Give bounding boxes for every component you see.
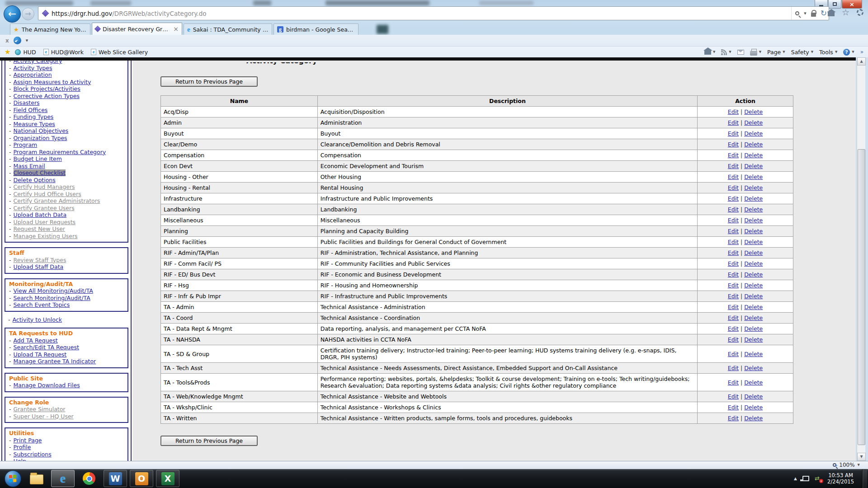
tab-close-icon[interactable]: × xyxy=(173,26,179,32)
sidebar-link[interactable]: Activity Types xyxy=(14,65,52,71)
edit-link[interactable]: Edit xyxy=(728,239,739,245)
edit-link[interactable]: Edit xyxy=(728,351,739,357)
delete-link[interactable]: Delete xyxy=(744,379,763,386)
edit-link[interactable]: Edit xyxy=(728,119,739,126)
more-commands-chevron[interactable]: » xyxy=(860,49,863,55)
sidebar-item-upload-batch-data[interactable]: -Upload Batch Data xyxy=(9,211,126,219)
edit-link[interactable]: Edit xyxy=(728,325,739,332)
edit-link[interactable]: Edit xyxy=(728,293,739,300)
outlook-taskbar-button[interactable]: O xyxy=(130,470,153,487)
sidebar-item-certify-hud-managers[interactable]: -Certify Hud Managers xyxy=(9,183,126,191)
delete-link[interactable]: Delete xyxy=(744,304,763,310)
return-to-previous-page-button-bottom[interactable]: Return to Previous Page xyxy=(160,436,258,446)
sidebar-item-measure-types[interactable]: -Measure Types xyxy=(9,121,126,128)
sidebar-item-certify-grantee-administrators[interactable]: -Certify Grantee Administrators xyxy=(9,197,126,205)
sidebar-link[interactable]: Funding Types xyxy=(14,113,54,120)
sidebar-link[interactable]: Activity Category xyxy=(14,61,62,64)
sidebar-item-super-user-hq-user[interactable]: -Super User - HQ User xyxy=(9,413,126,420)
hidden-icons-chevron[interactable]: ▲ xyxy=(794,476,797,481)
sidebar-link[interactable]: Mass Email xyxy=(14,163,45,169)
sidebar-link[interactable]: Help xyxy=(14,458,27,461)
sidebar-item-appropriation[interactable]: -Appropriation xyxy=(9,71,126,79)
sidebar-item-mass-email[interactable]: -Mass Email xyxy=(9,163,126,170)
tab-the-amazing-new-york-scave[interactable]: ★The Amazing New York Scave... xyxy=(10,23,90,35)
search-dropdown-icon[interactable]: ▼ xyxy=(804,12,806,15)
sidebar-item-block-projects-activities[interactable]: -Block Projects/Activities xyxy=(9,85,126,93)
delete-link[interactable]: Delete xyxy=(744,393,763,400)
home-menu[interactable]: ▼ xyxy=(704,50,715,55)
delete-link[interactable]: Delete xyxy=(744,141,763,148)
sidebar-item-manage-grantee-ta-indicator[interactable]: -Manage Grantee TA Indicator xyxy=(9,358,126,365)
sidebar-link[interactable]: Manage Grantee TA Indicator xyxy=(14,358,96,365)
sidebar-item-organization-types[interactable]: -Organization Types xyxy=(9,135,126,142)
favorites-item-hud-work[interactable]: eHUD@Work xyxy=(43,49,84,56)
sidebar-item-certify-hud-office-users[interactable]: -Certify Hud Office Users xyxy=(9,191,126,198)
sidebar-item-upload-ta-request[interactable]: -Upload TA Request xyxy=(9,351,126,358)
edit-link[interactable]: Edit xyxy=(728,365,739,371)
delete-link[interactable]: Delete xyxy=(744,325,763,332)
sidebar-item-delete-options[interactable]: -Delete Options xyxy=(9,177,126,184)
sidebar-item-view-all-monitoring-audit-ta[interactable]: -View All Monitoring/Audit/TA xyxy=(9,287,126,295)
sidebar-link[interactable]: Field Offices xyxy=(14,107,48,113)
edit-link[interactable]: Edit xyxy=(728,415,739,422)
scrollbar-thumb[interactable] xyxy=(858,149,865,445)
edit-link[interactable]: Edit xyxy=(728,130,739,137)
sidebar-item-disasters[interactable]: -Disasters xyxy=(9,99,126,107)
sidebar-item-grantee-simulator[interactable]: -Grantee Simulator xyxy=(9,406,126,413)
sidebar-link[interactable]: Search Monitoring/Audit/TA xyxy=(14,295,90,301)
sidebar-link[interactable]: Appropriation xyxy=(14,71,52,78)
delete-link[interactable]: Delete xyxy=(744,404,763,411)
taskbar-clock[interactable]: 10:53 AM 2/24/2015 xyxy=(827,472,857,485)
sidebar-item-budget-line-item[interactable]: -Budget Line Item xyxy=(9,155,126,163)
sidebar-link[interactable]: Upload Staff Data xyxy=(14,263,64,270)
sidebar-link[interactable]: Activity to Unlock xyxy=(13,316,62,323)
delete-link[interactable]: Delete xyxy=(744,271,763,278)
sidebar-link[interactable]: Organization Types xyxy=(14,135,67,141)
delete-link[interactable]: Delete xyxy=(744,249,763,256)
sidebar-link[interactable]: Add TA Request xyxy=(14,337,58,344)
sidebar-link[interactable]: Profile xyxy=(14,444,31,450)
delete-link[interactable]: Delete xyxy=(744,174,763,180)
settings-gear-icon[interactable] xyxy=(857,9,863,16)
sidebar-link[interactable]: Assign Measures to Activity xyxy=(14,79,91,85)
delete-link[interactable]: Delete xyxy=(744,239,763,245)
delete-link[interactable]: Delete xyxy=(744,314,763,321)
refresh-icon[interactable]: ↻ xyxy=(821,9,827,17)
addon-dropdown-icon[interactable]: ▼ xyxy=(26,39,28,42)
read-mail-icon[interactable] xyxy=(737,50,744,55)
windows-explorer-taskbar-button[interactable] xyxy=(25,470,48,487)
sidebar-link[interactable]: Certify Hud Managers xyxy=(14,183,75,190)
zoom-dropdown-icon[interactable]: ▼ xyxy=(858,463,860,467)
delete-link[interactable]: Delete xyxy=(744,260,763,267)
delete-link[interactable]: Delete xyxy=(744,152,763,159)
sidebar-link[interactable]: Block Projects/Activities xyxy=(14,85,80,92)
sidebar-item-search-monitoring-audit-ta[interactable]: -Search Monitoring/Audit/TA xyxy=(9,295,126,302)
tab-sakai-tda-community-com[interactable]: eSakai : TDA_Community Com... xyxy=(184,23,272,35)
forward-button[interactable]: → xyxy=(22,8,34,20)
sidebar-item-activity-category[interactable]: -Activity Category xyxy=(9,61,126,65)
sidebar-link[interactable]: Upload TA Request xyxy=(14,351,67,358)
sidebar-item-search-edit-ta-request[interactable]: -Search/Edit TA Request xyxy=(9,344,126,351)
sidebar-link[interactable]: Print Page xyxy=(14,437,42,444)
edit-link[interactable]: Edit xyxy=(728,314,739,321)
sidebar-item-search-event-topics[interactable]: -Search Event Topics xyxy=(9,301,126,309)
sidebar-item-print-page[interactable]: -Print Page xyxy=(9,437,126,444)
sidebar-item-request-new-user[interactable]: -Request New User xyxy=(9,225,126,233)
print-menu[interactable]: ▼ xyxy=(750,49,761,56)
delete-link[interactable]: Delete xyxy=(744,415,763,422)
sidebar-item-program[interactable]: -Program xyxy=(9,141,126,149)
return-to-previous-page-button-top[interactable]: Return to Previous Page xyxy=(160,76,258,87)
excel-taskbar-button[interactable]: X xyxy=(156,470,179,487)
sidebar-link[interactable]: Super User - HQ User xyxy=(14,413,74,420)
sidebar-link[interactable]: Manage Download Files xyxy=(14,382,80,389)
home-icon[interactable] xyxy=(828,12,835,16)
delete-link[interactable]: Delete xyxy=(744,130,763,137)
sidebar-link[interactable]: Upload Batch Data xyxy=(14,211,67,218)
edit-link[interactable]: Edit xyxy=(728,271,739,278)
delete-link[interactable]: Delete xyxy=(744,217,763,224)
address-bar[interactable]: https://drgr.hud.gov /DRGRWeb/activityCa… xyxy=(38,6,829,20)
edit-link[interactable]: Edit xyxy=(728,195,739,202)
feeds-menu[interactable]: ▼ xyxy=(721,49,731,55)
scroll-down-button[interactable]: ▼ xyxy=(857,453,866,461)
edit-link[interactable]: Edit xyxy=(728,249,739,256)
